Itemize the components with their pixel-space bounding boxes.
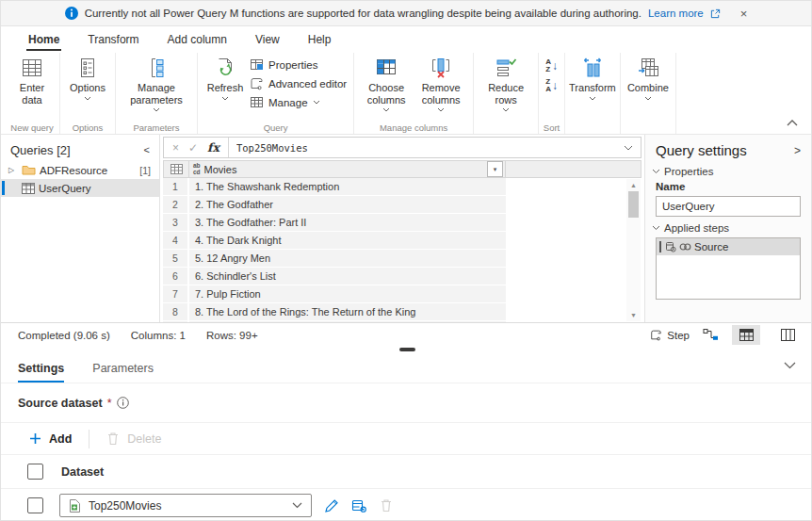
applied-steps-section-header[interactable]: Applied steps — [652, 222, 801, 234]
plus-icon — [29, 432, 41, 445]
dataset-file-icon — [69, 499, 80, 513]
banner-close-icon[interactable]: × — [740, 7, 748, 21]
table-row[interactable]: 77. Pulp Fiction — [163, 285, 641, 302]
manage-parameters-button[interactable]: Manage parameters — [122, 55, 190, 112]
scroll-up-icon[interactable]: ▲ — [630, 179, 637, 191]
step-button[interactable]: Step — [650, 329, 690, 341]
delete-dataset-button[interactable]: Delete — [106, 431, 161, 446]
query-tree-item-adfresource[interactable]: ▷ ADFResource [1] — [1, 161, 159, 179]
info-tooltip-icon[interactable] — [117, 397, 129, 409]
applied-steps-list: Source — [656, 237, 801, 300]
advanced-editor-icon — [250, 76, 264, 90]
trash-icon — [106, 431, 120, 446]
table-row[interactable]: 55. 12 Angry Men — [163, 250, 641, 267]
query-settings-title: Query settings — [656, 142, 747, 158]
delete-row-button[interactable] — [380, 498, 393, 513]
remove-columns-button[interactable]: Remove columns — [415, 55, 466, 112]
row-checkbox[interactable] — [27, 497, 43, 513]
table-row[interactable]: 22. The Godfather — [163, 196, 641, 213]
transform-icon — [580, 56, 605, 80]
select-all-checkbox[interactable] — [27, 464, 43, 480]
column-view-toggle[interactable] — [773, 325, 802, 345]
select-all-cell[interactable] — [164, 161, 189, 177]
column-name: Movies — [204, 164, 483, 175]
collapse-ribbon-icon[interactable] — [787, 120, 798, 126]
step-label: Source — [694, 241, 728, 252]
power-query-editor-window: Currently not all Power Query M function… — [0, 0, 812, 521]
collapse-panel-icon[interactable] — [784, 362, 796, 369]
status-rows: Rows: 99+ — [206, 330, 258, 341]
banner-message: Currently not all Power Query M function… — [85, 8, 641, 19]
scrollbar-thumb[interactable] — [628, 191, 639, 218]
status-columns: Columns: 1 — [131, 330, 186, 341]
sort-descending-button[interactable]: ZA ↓ — [545, 78, 558, 92]
add-dataset-button[interactable]: Add — [29, 432, 72, 446]
refresh-button[interactable]: Refresh — [204, 55, 246, 101]
applied-step-source[interactable]: Source — [657, 238, 800, 255]
grid-view-toggle[interactable] — [732, 325, 760, 345]
scroll-down-icon[interactable]: ▼ — [630, 309, 637, 321]
properties-section-header[interactable]: Properties — [652, 166, 801, 177]
collapse-queries-pane-icon[interactable]: < — [144, 144, 150, 155]
external-link-icon[interactable] — [710, 8, 721, 19]
tab-transform[interactable]: Transform — [73, 26, 153, 53]
table-row[interactable]: 66. Schindler's List — [163, 268, 641, 285]
tab-view[interactable]: View — [241, 26, 294, 53]
open-dataset-button[interactable] — [351, 498, 367, 513]
table-row[interactable]: 33. The Godfather: Part II — [163, 214, 641, 231]
properties-icon — [250, 57, 264, 72]
enter-data-button[interactable]: Enter data — [11, 55, 53, 106]
expand-tree-icon[interactable]: ▷ — [8, 166, 18, 174]
edit-dataset-button[interactable] — [324, 498, 339, 513]
reduce-rows-icon — [494, 56, 518, 80]
formula-bar: × ✓ fx — [163, 137, 641, 158]
sort-ascending-button[interactable]: AZ ↓ — [545, 58, 558, 73]
sort-za-icon: ZA — [545, 78, 551, 92]
splitter-drag-handle[interactable] — [399, 348, 415, 351]
column-filter-button[interactable]: ▾ — [487, 161, 503, 177]
column-header-movies[interactable]: abcd Movies ▾ — [189, 161, 506, 177]
chevron-down-icon — [644, 96, 652, 101]
transform-button[interactable]: Transform — [572, 55, 613, 101]
filter-dropdown-icon: ▾ — [494, 166, 497, 173]
reduce-rows-button[interactable]: Reduce rows — [480, 55, 531, 112]
bottom-settings-panel: Settings Parameters Source dataset * Add — [1, 353, 811, 521]
options-icon — [75, 56, 100, 80]
text-datatype-icon: abcd — [193, 163, 201, 174]
ribbon-tab-strip: Home Transform Add column View Help — [1, 26, 811, 53]
tab-home[interactable]: Home — [14, 26, 73, 53]
properties-button[interactable]: Properties — [250, 57, 347, 72]
commit-formula-icon[interactable]: ✓ — [188, 141, 198, 155]
collapse-settings-pane-icon[interactable]: > — [794, 144, 801, 157]
table-row[interactable]: 88. The Lord of the Rings: The Return of… — [163, 303, 641, 320]
advanced-editor-button[interactable]: Advanced editor — [250, 76, 347, 90]
learn-more-link[interactable]: Learn more — [648, 8, 704, 19]
grid-vertical-scrollbar[interactable]: ▲ ▼ — [626, 179, 641, 321]
choose-columns-icon — [374, 56, 398, 80]
group-label-options: Options — [60, 122, 115, 133]
tab-parameters[interactable]: Parameters — [92, 353, 154, 383]
diagram-view-icon[interactable] — [703, 328, 719, 342]
table-row[interactable]: 44. The Dark Knight — [163, 232, 641, 249]
manage-button[interactable]: Manage — [250, 95, 347, 109]
data-preview-grid: abcd Movies ▾ 11. The Shawshank Redempti… — [163, 160, 641, 322]
dataset-select[interactable]: Top250Movies — [59, 494, 312, 517]
cancel-formula-icon[interactable]: × — [172, 141, 179, 155]
query-name-input[interactable] — [656, 196, 801, 217]
chevron-down-icon — [221, 96, 229, 101]
expand-formula-bar-icon[interactable] — [616, 145, 641, 151]
query-folder-count: [1] — [139, 165, 159, 176]
options-button[interactable]: Options — [67, 55, 108, 101]
formula-input[interactable] — [229, 142, 616, 154]
table-row[interactable]: 11. The Shawshank Redemption — [163, 178, 641, 195]
group-label-manage-columns: Manage columns — [354, 122, 473, 133]
choose-columns-button[interactable]: Choose columns — [361, 55, 412, 112]
tab-help[interactable]: Help — [294, 26, 346, 53]
grid-view-icon — [739, 329, 754, 341]
tab-settings[interactable]: Settings — [18, 353, 64, 383]
combine-button[interactable]: Combine — [627, 55, 669, 101]
chevron-down-icon — [153, 107, 160, 112]
status-completed: Completed (9.06 s) — [18, 330, 110, 341]
query-tree-item-userquery[interactable]: UserQuery — [1, 179, 159, 197]
tab-add-column[interactable]: Add column — [154, 26, 241, 53]
